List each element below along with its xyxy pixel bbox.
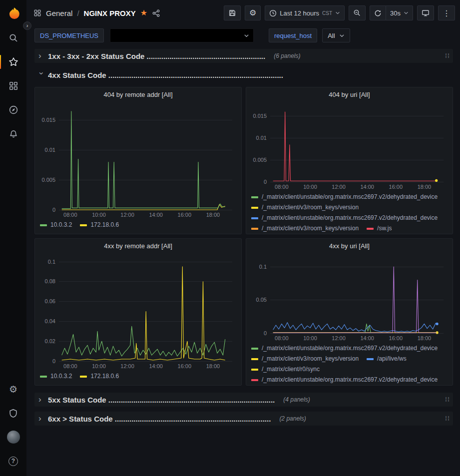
svg-text:14:00: 14:00 [360,184,374,190]
sidebar-item-server-admin[interactable] [0,401,26,425]
svg-text:18:00: 18:00 [206,363,220,369]
time-range-picker[interactable]: Last 12 hours CST [265,5,345,20]
legend-item[interactable]: /api/live/ws [367,354,407,364]
row-header-4xx[interactable]: › 4xx Status Code ......................… [34,68,453,82]
refresh-button[interactable] [370,5,386,20]
dashboard-title[interactable]: NGINX PROXY [84,9,136,17]
svg-text:0: 0 [52,207,55,213]
panel-grid-4xx: 404 by remote addr [All] 00.0050.010.015… [34,87,453,386]
legend-swatch [367,358,374,360]
panel-4xx-by-remote-addr: 4xx by remote addr [All] 00.020.040.060.… [34,238,242,386]
cycle-view-mode-button[interactable] [417,5,434,20]
legend-item[interactable]: /sw.js [367,223,392,234]
sidebar-item-profile[interactable] [0,425,26,449]
legend-swatch [251,228,258,230]
svg-text:10:00: 10:00 [303,184,317,190]
legend-swatch [80,224,87,226]
apps-grid-icon [33,9,41,17]
grafana-logo[interactable] [0,0,26,26]
row-header-5xx[interactable]: › 5xx Status Code ......................… [34,393,453,407]
svg-text:0.04: 0.04 [45,318,55,324]
timeseries-chart[interactable]: 00.0050.010.01508:0010:0012:0014:0016:00… [36,100,240,219]
legend-item[interactable]: 10.0.3.2 [40,220,72,230]
dashboard-topbar: General / NGINX PROXY ★ [26,0,460,26]
breadcrumb-separator: / [77,9,79,17]
row-header-6xx[interactable]: › 6xx > Status Code ....................… [34,412,453,426]
more-options-button[interactable]: ⋮ [438,5,455,20]
svg-text:16:00: 16:00 [178,363,192,369]
monitor-icon [422,9,430,17]
gear-icon: ⚙ [9,385,17,394]
sidebar-collapse-button[interactable]: › [23,21,31,30]
svg-text:08:00: 08:00 [275,335,289,341]
legend-item[interactable]: 10.0.3.2 [40,371,72,382]
legend-item[interactable]: /_matrix/client/unstable/org.matrix.msc2… [251,213,438,223]
sidebar-item-starred[interactable] [0,50,26,74]
sidebar-bottom: ⚙ ? [0,377,26,473]
panel-title[interactable]: 404 by remote addr [All] [35,87,241,99]
favorite-star-icon[interactable]: ★ [140,9,147,17]
save-dashboard-button[interactable] [224,5,241,20]
row-drag-handle-icon[interactable]: ⁞⁞ [445,396,450,403]
main-area: General / NGINX PROXY ★ [26,0,460,476]
legend-swatch [251,348,258,350]
legend-item[interactable]: /_matrix/client/r0/sync [251,364,320,375]
row-drag-handle-icon[interactable]: ⁞⁞ [445,52,450,59]
sidebar-item-alerting[interactable] [0,122,26,146]
variable-request-host-label[interactable]: request_host [269,28,317,42]
sidebar-item-help[interactable]: ? [0,449,26,473]
legend-item[interactable]: /_matrix/client/v3/room_keys/version [251,354,359,364]
panel-title[interactable]: 4xx by remote addr [All] [35,239,241,251]
chevron-right-icon: › [38,395,44,405]
star-icon [8,57,18,67]
row-header-1xx-3xx-2xx[interactable]: › 1xx - 3xx - 2xx Status Code ..........… [34,49,453,63]
variable-request-host-picker[interactable]: All [322,28,350,42]
legend-item[interactable]: /_matrix/client/unstable/org.matrix.msc2… [251,343,438,354]
panel-title[interactable]: 4xx by uri [All] [246,239,453,251]
legend-item[interactable]: /_matrix/client/v3/room_keys/version [251,202,359,213]
refresh-interval-label: 30s [390,9,401,17]
variable-ds-prometheus-label[interactable]: DS_PROMETHEUS [34,28,104,42]
svg-text:0.1: 0.1 [259,264,267,270]
legend-swatch [40,224,47,226]
chart-plot-area: 00.020.040.060.080.108:0010:0012:0014:00… [35,251,241,370]
svg-text:0.1: 0.1 [48,259,55,265]
chevron-down-icon [404,10,409,15]
share-icon[interactable] [152,9,160,17]
legend-swatch [251,196,258,198]
refresh-interval-picker[interactable]: 30s [386,5,413,20]
help-icon: ? [8,457,18,466]
row-panel-count: (6 panels) [274,52,300,59]
legend-item[interactable]: 172.18.0.6 [80,220,119,230]
svg-text:08:00: 08:00 [275,184,289,190]
breadcrumb-section[interactable]: General [46,9,72,17]
legend-item[interactable]: /_matrix/client/v3/room_keys/version [251,223,359,234]
sidebar-item-search[interactable] [0,26,26,50]
legend-item[interactable]: /_matrix/client/unstable/org.matrix.msc2… [251,375,438,385]
chart-plot-area: 00.050.108:0010:0012:0014:0016:0018:00 [246,251,453,342]
zoom-out-time-button[interactable] [349,5,366,20]
legend-swatch [367,228,374,230]
chevron-right-icon: › [38,51,44,61]
svg-text:16:00: 16:00 [389,335,403,341]
svg-text:10:00: 10:00 [92,212,106,218]
chart-legend: 10.0.3.2172.18.0.6 [35,370,241,385]
svg-text:12:00: 12:00 [332,335,346,341]
sidebar-item-explore[interactable] [0,98,26,122]
timeseries-chart[interactable]: 00.020.040.060.080.108:0010:0012:0014:00… [36,252,240,370]
sidebar-item-configuration[interactable]: ⚙ [0,377,26,401]
row-drag-handle-icon[interactable]: ⁞⁞ [445,415,450,422]
timeseries-chart[interactable]: 00.0050.010.01508:0010:0012:0014:0016:00… [247,100,452,191]
legend-item[interactable]: 172.18.0.6 [80,371,119,382]
dashboards-grid-icon [8,81,18,91]
legend-item[interactable]: /_matrix/client/unstable/org.matrix.msc2… [251,192,438,202]
variable-ds-prometheus-select[interactable] [110,28,254,42]
panel-title[interactable]: 404 by uri [All] [246,87,453,99]
svg-text:0.01: 0.01 [256,135,267,141]
user-avatar [7,431,20,444]
dashboard-settings-button[interactable]: ⚙ [245,5,261,20]
timeseries-chart[interactable]: 00.050.108:0010:0012:0014:0016:0018:00 [247,252,452,342]
chart-plot-area: 00.0050.010.01508:0010:0012:0014:0016:00… [35,99,241,219]
svg-text:16:00: 16:00 [178,212,192,218]
sidebar-item-dashboards[interactable] [0,74,26,98]
